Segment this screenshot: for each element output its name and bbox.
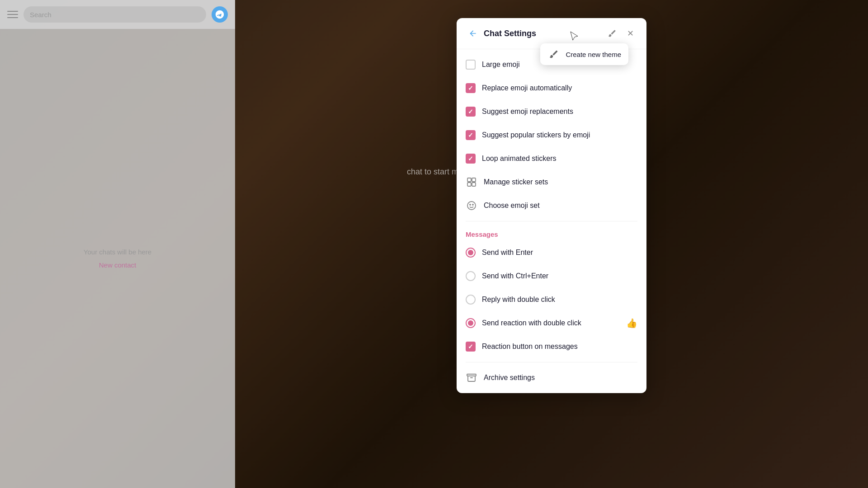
svg-point-5 [470, 204, 471, 205]
settings-item-reply-double-click[interactable]: Reply with double click [457, 288, 646, 311]
modal-overlay: Chat Settings ✕ Create new theme [235, 0, 868, 488]
sidebar: Search Your chats will be here New conta… [0, 0, 235, 488]
loop-stickers-checkbox[interactable] [466, 154, 476, 164]
send-reaction-radio[interactable] [466, 318, 476, 328]
manage-stickers-label: Manage sticker sets [484, 178, 637, 186]
manage-stickers-icon [466, 176, 477, 188]
theme-tooltip[interactable]: Create new theme [540, 43, 628, 65]
send-reaction-label: Send reaction with double click [482, 319, 620, 327]
svg-rect-2 [467, 183, 471, 186]
modal-body: Large emoji Replace emoji automatically … [457, 49, 646, 393]
svg-rect-7 [467, 374, 476, 376]
sidebar-header: Search [0, 0, 235, 29]
large-emoji-checkbox[interactable] [466, 60, 476, 70]
svg-rect-3 [472, 183, 476, 186]
suggest-replacements-checkbox[interactable] [466, 107, 476, 117]
svg-point-4 [467, 202, 476, 210]
reply-double-click-label: Reply with double click [482, 296, 637, 304]
reply-double-click-radio[interactable] [466, 295, 476, 305]
settings-item-suggest-stickers[interactable]: Suggest popular stickers by emoji [457, 123, 646, 147]
search-bar[interactable]: Search [24, 6, 206, 23]
choose-emoji-icon [466, 200, 477, 211]
suggest-replacements-label: Suggest emoji replacements [482, 108, 637, 116]
telegram-icon [212, 6, 228, 23]
settings-item-send-reaction[interactable]: Send reaction with double click 👍 [457, 311, 646, 335]
menu-button[interactable] [7, 9, 18, 20]
empty-chats-text: Your chats will be here [84, 248, 151, 256]
send-enter-radio[interactable] [466, 248, 476, 258]
settings-item-choose-emoji[interactable]: Choose emoji set [457, 194, 646, 217]
tooltip-text: Create new theme [566, 51, 621, 58]
divider-2 [466, 362, 637, 362]
header-actions: ✕ [605, 26, 637, 41]
choose-emoji-label: Choose emoji set [484, 202, 637, 210]
theme-button[interactable] [605, 26, 619, 41]
back-button[interactable] [466, 26, 480, 41]
suggest-stickers-label: Suggest popular stickers by emoji [482, 131, 637, 139]
settings-item-send-ctrl-enter[interactable]: Send with Ctrl+Enter [457, 264, 646, 288]
send-ctrl-enter-radio[interactable] [466, 271, 476, 281]
settings-item-manage-stickers[interactable]: Manage sticker sets [457, 170, 646, 194]
settings-item-replace-emoji[interactable]: Replace emoji automatically [457, 76, 646, 100]
replace-emoji-label: Replace emoji automatically [482, 84, 637, 92]
messages-section-title: Messages [457, 225, 646, 241]
reaction-emoji: 👍 [626, 318, 637, 328]
settings-item-suggest-replacements[interactable]: Suggest emoji replacements [457, 100, 646, 123]
reaction-button-label: Reaction button on messages [482, 343, 637, 351]
svg-point-6 [472, 204, 473, 205]
close-button[interactable]: ✕ [623, 26, 637, 41]
settings-item-archive[interactable]: Archive settings [457, 366, 646, 389]
replace-emoji-checkbox[interactable] [466, 83, 476, 93]
sidebar-content: Your chats will be here New contact [0, 29, 235, 488]
settings-item-reaction-button[interactable]: Reaction button on messages [457, 335, 646, 358]
send-enter-label: Send with Enter [482, 249, 637, 257]
divider-1 [466, 221, 637, 221]
modal-header: Chat Settings ✕ Create new theme [457, 18, 646, 49]
tooltip-brush-icon [547, 48, 560, 61]
archive-label: Archive settings [484, 374, 637, 382]
settings-item-send-enter[interactable]: Send with Enter [457, 241, 646, 264]
search-placeholder: Search [30, 11, 52, 19]
suggest-stickers-checkbox[interactable] [466, 130, 476, 140]
archive-icon [466, 372, 477, 384]
svg-rect-0 [467, 178, 471, 182]
send-ctrl-enter-label: Send with Ctrl+Enter [482, 272, 637, 280]
modal-title: Chat Settings [484, 29, 605, 38]
new-contact-button[interactable]: New contact [99, 261, 137, 269]
svg-rect-1 [472, 178, 476, 182]
chat-settings-modal: Chat Settings ✕ Create new theme [457, 18, 646, 393]
settings-item-loop-stickers[interactable]: Loop animated stickers [457, 147, 646, 170]
loop-stickers-label: Loop animated stickers [482, 155, 637, 163]
reaction-button-checkbox[interactable] [466, 342, 476, 352]
